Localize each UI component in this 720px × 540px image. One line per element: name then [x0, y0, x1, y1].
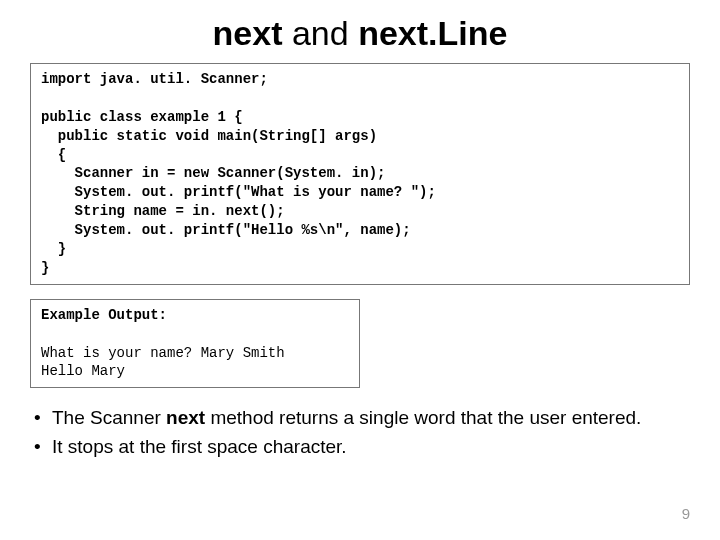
- output-heading: Example Output:: [41, 307, 167, 323]
- code-listing: import java. util. Scanner; public class…: [30, 63, 690, 285]
- example-output-box: Example Output: What is your name? Mary …: [30, 299, 360, 389]
- bullet-1: The Scanner next method returns a single…: [30, 406, 690, 431]
- title-bold-1: next: [213, 14, 283, 52]
- title-plain: and: [283, 14, 359, 52]
- title-bold-2: next.Line: [358, 14, 507, 52]
- bullet-2: It stops at the first space character.: [30, 435, 690, 460]
- bullet-list: The Scanner next method returns a single…: [30, 406, 690, 459]
- page-number: 9: [682, 505, 690, 522]
- output-body: What is your name? Mary Smith Hello Mary: [41, 345, 285, 380]
- slide-title: next and next.Line: [30, 14, 690, 53]
